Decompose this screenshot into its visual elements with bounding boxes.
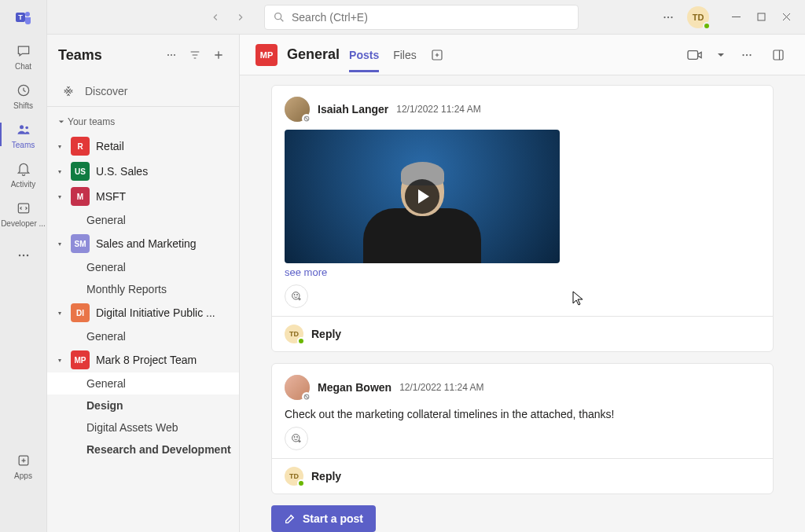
reply-user-avatar: TD	[285, 467, 303, 486]
svg-point-14	[671, 16, 672, 17]
svg-point-22	[746, 53, 748, 55]
chevron-down-icon: ▾	[58, 168, 64, 175]
svg-point-27	[294, 294, 295, 295]
team-row[interactable]: ▾ MP Mark 8 Project Team	[47, 347, 239, 372]
shifts-icon	[14, 81, 33, 100]
team-avatar: MP	[71, 350, 90, 369]
meet-dropdown[interactable]	[715, 44, 726, 66]
channel-info-button[interactable]	[767, 44, 789, 66]
discover-row[interactable]: Discover	[47, 75, 239, 107]
apps-icon	[14, 451, 33, 470]
more-options-button[interactable]	[657, 6, 679, 28]
message-time: 12/1/2022 11:24 AM	[396, 104, 480, 115]
user-avatar[interactable]: TD	[687, 6, 709, 28]
discover-label: Discover	[85, 85, 127, 97]
search-input[interactable]	[292, 11, 570, 24]
svg-point-23	[749, 53, 751, 55]
your-teams-header[interactable]: Your teams	[47, 107, 239, 134]
channel-row[interactable]: General	[47, 372, 239, 394]
more-icon	[14, 246, 33, 265]
svg-point-26	[292, 292, 300, 299]
svg-point-7	[18, 255, 20, 257]
messages-area: Isaiah Langer 12/1/2022 11:24 AM see mor…	[240, 75, 805, 532]
presence-available-icon	[703, 22, 711, 30]
search-icon	[273, 11, 285, 24]
teams-icon	[14, 120, 33, 139]
svg-point-8	[22, 255, 24, 257]
team-row[interactable]: ▾ US U.S. Sales	[47, 159, 239, 184]
svg-point-13	[667, 16, 669, 17]
presence-offline-icon	[302, 114, 311, 123]
svg-rect-24	[774, 50, 783, 60]
channel-tab[interactable]: Files	[393, 38, 417, 72]
rail-developer[interactable]: Developer ...	[0, 193, 47, 233]
play-icon	[405, 179, 439, 214]
rail-apps[interactable]: Apps	[0, 446, 47, 485]
reply-row[interactable]: TD Reply	[272, 316, 773, 351]
panel-filter-button[interactable]	[186, 46, 204, 64]
rail-label: Shifts	[13, 101, 33, 110]
svg-text:T: T	[18, 13, 23, 21]
panel-more-button[interactable]	[162, 46, 181, 64]
team-name: Mark 8 Project Team	[96, 354, 197, 366]
author-avatar[interactable]	[285, 97, 310, 122]
rail-chat[interactable]: Chat	[0, 36, 47, 75]
presence-available-icon	[297, 337, 305, 345]
nav-forward-button[interactable]	[230, 6, 252, 28]
channel-row[interactable]: General	[47, 256, 239, 278]
team-avatar: M	[71, 187, 90, 206]
team-name: MSFT	[96, 190, 126, 203]
channel-row[interactable]: General	[47, 209, 239, 231]
chevron-down-icon	[58, 119, 64, 125]
nav-back-button[interactable]	[204, 6, 226, 28]
your-teams-label: Your teams	[68, 116, 115, 127]
channel-more-button[interactable]	[736, 44, 758, 66]
channel-row[interactable]: Design	[47, 394, 239, 416]
react-button[interactable]	[285, 284, 308, 308]
window-maximize-button[interactable]	[748, 5, 774, 30]
discover-icon	[61, 84, 75, 98]
teams-logo: T	[13, 6, 35, 28]
channel-row[interactable]: General	[47, 325, 239, 347]
window-minimize-button[interactable]	[723, 5, 748, 30]
developer-icon	[14, 199, 33, 218]
team-row[interactable]: ▾ SM Sales and Marketing	[47, 231, 239, 256]
svg-point-9	[26, 255, 28, 257]
start-post-button[interactable]: Start a post	[271, 505, 376, 532]
team-avatar: R	[71, 137, 90, 156]
reply-row[interactable]: TD Reply	[272, 458, 773, 493]
rail-teams[interactable]: Teams	[0, 115, 47, 154]
svg-point-11	[275, 13, 281, 19]
svg-point-18	[174, 54, 175, 56]
meet-button[interactable]	[684, 44, 706, 66]
chevron-down-icon: ▾	[58, 143, 64, 150]
channel-row[interactable]: Research and Development	[47, 438, 239, 460]
svg-point-2	[25, 12, 30, 17]
video-attachment[interactable]	[285, 130, 560, 263]
svg-point-4	[20, 125, 24, 129]
channel-row[interactable]: Monthly Reports	[47, 278, 239, 300]
see-more-link[interactable]: see more	[285, 266, 760, 278]
svg-point-5	[25, 126, 28, 129]
team-row[interactable]: ▾ R Retail	[47, 134, 239, 159]
message-author: Isaiah Langer	[318, 103, 388, 116]
bell-icon	[14, 160, 33, 178]
team-row[interactable]: ▾ DI Digital Initiative Public ...	[47, 300, 239, 325]
window-close-button[interactable]	[774, 5, 799, 30]
rail-activity[interactable]: Activity	[0, 154, 47, 193]
channel-tab[interactable]: Posts	[349, 38, 379, 72]
svg-point-30	[292, 435, 300, 442]
team-avatar: SM	[71, 234, 90, 253]
add-tab-button[interactable]	[426, 44, 448, 66]
rail-more[interactable]	[0, 236, 47, 275]
rail-shifts[interactable]: Shifts	[0, 75, 47, 115]
search-box[interactable]	[264, 5, 579, 30]
chevron-down-icon: ▾	[58, 310, 64, 317]
channel-row[interactable]: Digital Assets Web	[47, 416, 239, 438]
svg-point-31	[294, 436, 295, 437]
react-button[interactable]	[285, 427, 308, 450]
main-area: TD Teams Discover	[47, 0, 805, 532]
team-row[interactable]: ▾ M MSFT	[47, 184, 239, 209]
panel-add-button[interactable]	[209, 46, 228, 64]
author-avatar[interactable]	[285, 375, 310, 400]
